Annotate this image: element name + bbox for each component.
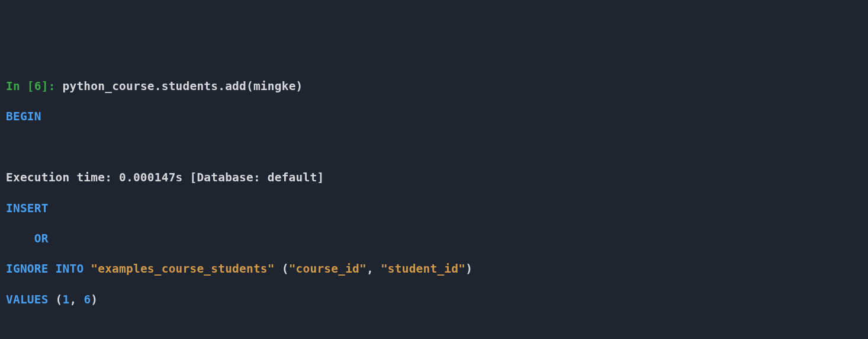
column-name: "course_id" bbox=[289, 262, 367, 276]
exec-db: [Database: default] bbox=[183, 171, 324, 184]
space bbox=[83, 262, 91, 276]
keyword-into: INTO bbox=[49, 262, 84, 276]
sql-begin: BEGIN bbox=[6, 109, 862, 124]
sql-ignore-into: IGNORE INTO "examples_course_students" (… bbox=[6, 261, 862, 277]
blank-line bbox=[6, 140, 862, 155]
keyword-values: VALUES bbox=[6, 293, 49, 306]
terminal-output: In [6]: python_course.students.add(mingk… bbox=[6, 63, 862, 339]
comma: , bbox=[367, 262, 381, 276]
paren-close: ) bbox=[91, 293, 98, 306]
paren-close: ) bbox=[465, 262, 472, 276]
paren-open: ( bbox=[275, 262, 289, 276]
exec-value: 0.000147s bbox=[119, 171, 182, 184]
blank-line bbox=[6, 322, 862, 338]
table-name: "examples_course_students" bbox=[91, 262, 274, 276]
sql-or: OR bbox=[6, 231, 862, 247]
keyword-insert: INSERT bbox=[6, 202, 49, 215]
input-line-6: In [6]: python_course.students.add(mingk… bbox=[6, 79, 862, 94]
exec-label: Execution time: bbox=[6, 171, 119, 184]
execution-time-1: Execution time: 0.000147s [Database: def… bbox=[6, 170, 862, 186]
paren-open: ( bbox=[49, 293, 63, 306]
input-code: python_course.students.add(mingke) bbox=[63, 79, 303, 93]
sql-insert: INSERT bbox=[6, 201, 862, 216]
keyword-ignore: IGNORE bbox=[6, 262, 49, 276]
prompt-in: In [ bbox=[6, 79, 34, 93]
comma: , bbox=[69, 293, 83, 306]
padding bbox=[6, 232, 34, 245]
keyword-begin: BEGIN bbox=[6, 110, 41, 123]
sql-values: VALUES (1, 6) bbox=[6, 292, 862, 308]
value-literal: 1 bbox=[63, 293, 70, 306]
column-name: "student_id" bbox=[381, 262, 465, 276]
prompt-close: ]: bbox=[41, 79, 63, 93]
value-literal: 6 bbox=[83, 293, 91, 306]
keyword-or: OR bbox=[34, 232, 49, 245]
prompt-number: 6 bbox=[34, 79, 41, 93]
